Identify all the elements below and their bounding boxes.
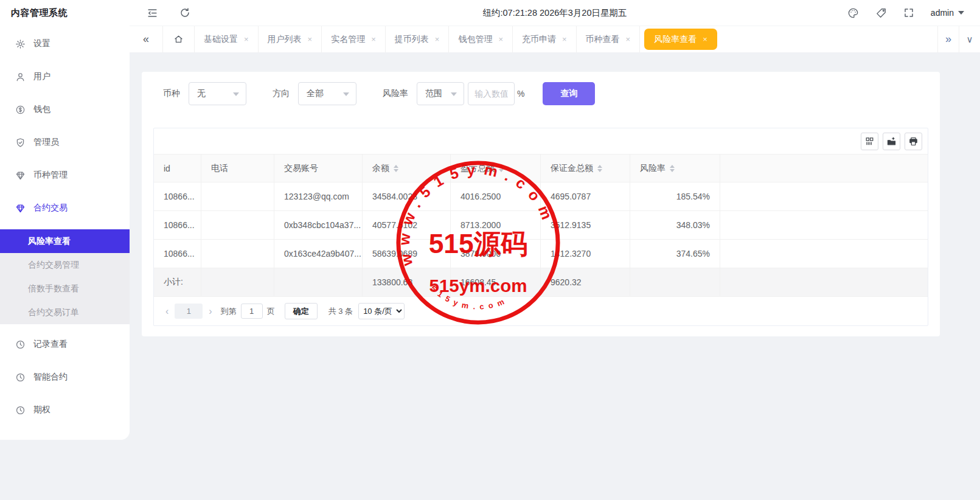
tab-label: 币种查看 xyxy=(586,34,620,45)
sort-icon[interactable] xyxy=(597,165,602,172)
close-icon[interactable]: × xyxy=(562,35,567,44)
confirm-page-button[interactable]: 确定 xyxy=(285,303,318,319)
currency-select[interactable]: 无 xyxy=(189,82,246,105)
sidebar-item-admins[interactable]: 管理员 xyxy=(0,126,130,159)
cell-phone xyxy=(201,240,274,268)
history-icon xyxy=(15,372,26,383)
sidebar-subitem-multiplier-lots-view[interactable]: 倍数手数查看 xyxy=(0,277,130,300)
risk-rate-card: 币种 无 方向 全部 风险率 范围 xyxy=(142,72,940,336)
user-menu[interactable]: admin xyxy=(931,8,964,18)
history-icon xyxy=(15,405,26,415)
close-icon[interactable]: × xyxy=(703,35,707,44)
cell-pnl: 3879.0000 xyxy=(451,240,541,268)
cell-balance: 34584.0023 xyxy=(363,182,451,210)
tab-label: 充币申请 xyxy=(522,34,556,45)
home-icon xyxy=(173,34,184,44)
tab-withdraw-list[interactable]: 提币列表 × xyxy=(386,26,450,52)
search-button[interactable]: 查询 xyxy=(543,82,595,105)
risk-mode-select[interactable]: 范围 xyxy=(417,82,464,105)
column-settings-button[interactable] xyxy=(861,133,878,150)
risk-value-input[interactable] xyxy=(468,82,515,105)
print-button[interactable] xyxy=(905,133,922,150)
sidebar-item-coin-management[interactable]: 币种管理 xyxy=(0,159,130,192)
close-icon[interactable]: × xyxy=(371,35,376,44)
fullscreen-button[interactable] xyxy=(903,7,914,18)
direction-select-value: 全部 xyxy=(307,88,324,99)
close-icon[interactable]: × xyxy=(626,35,631,44)
theme-button[interactable] xyxy=(847,7,859,19)
risk-rate-filter-label: 风险率 xyxy=(383,88,408,99)
tabs-back-button[interactable]: « xyxy=(130,26,163,52)
tabs-forward-button[interactable]: » xyxy=(937,26,959,52)
sidebar-item-options[interactable]: 期权 xyxy=(0,394,130,426)
next-page-button[interactable]: › xyxy=(204,306,216,317)
cell-risk: 185.54% xyxy=(630,182,720,210)
th-risk-rate: 风险率 xyxy=(630,155,720,182)
close-icon[interactable]: × xyxy=(498,35,503,44)
table-row[interactable]: 10866... 0x163ce42a9b407... 58639.0689 3… xyxy=(154,239,928,268)
sidebar-item-settings[interactable]: 设置 xyxy=(0,27,130,60)
chevron-down-icon xyxy=(958,11,964,15)
tab-deposit-request[interactable]: 充币申请 × xyxy=(513,26,577,52)
tab-user-list[interactable]: 用户列表 × xyxy=(259,26,322,52)
sidebar-subitem-risk-rate-view[interactable]: 风险率查看 xyxy=(0,229,130,253)
sidebar-item-users[interactable]: 用户 xyxy=(0,60,130,93)
tab-label: 用户列表 xyxy=(268,34,302,45)
sort-icon[interactable] xyxy=(499,165,504,172)
tab-wallet-management[interactable]: 钱包管理 × xyxy=(449,26,513,52)
sidebar-item-label: 期权 xyxy=(33,405,50,415)
sidebar-item-wallet[interactable]: 钱包 xyxy=(0,93,130,126)
prev-page-button[interactable]: ‹ xyxy=(161,306,173,317)
column-settings-icon xyxy=(864,136,875,147)
cell-risk: 374.65% xyxy=(630,240,720,268)
close-icon[interactable]: × xyxy=(244,35,249,44)
history-icon xyxy=(15,339,26,350)
tab-risk-rate-view[interactable]: 风险率查看 × xyxy=(644,29,717,50)
tab-label: 风险率查看 xyxy=(654,34,697,45)
close-icon[interactable]: × xyxy=(435,35,440,44)
tag-button[interactable] xyxy=(875,7,887,19)
page-unit-label: 页 xyxy=(267,306,275,317)
table-row[interactable]: 10866... 123123@qq.com 34584.0023 4016.2… xyxy=(154,182,928,210)
sidebar-item-label: 钱包 xyxy=(33,104,50,115)
export-button[interactable] xyxy=(883,133,900,150)
sidebar-item-smart-contract[interactable]: 智能合约 xyxy=(0,361,130,394)
collapse-sidebar-button[interactable] xyxy=(142,2,162,23)
sort-icon[interactable] xyxy=(394,165,398,172)
cell-id: 10866... xyxy=(154,240,201,268)
sidebar-item-label: 管理员 xyxy=(33,137,59,148)
sidebar-subitem-contract-trade-management[interactable]: 合约交易管理 xyxy=(0,253,130,277)
cell-subtotal-label: 小计: xyxy=(154,268,201,296)
refresh-icon xyxy=(179,7,190,18)
table-header-row: id 电话 交易账号 余额 盈亏总额 保证金总额 风险率 xyxy=(154,154,928,182)
tab-label: 钱包管理 xyxy=(458,34,492,45)
top-header: 内容管理系统 纽约:07:21:28 2026年3月20日星期五 adm xyxy=(0,0,980,26)
page-size-select[interactable]: 10 条/页 xyxy=(358,303,405,319)
direction-select[interactable]: 全部 xyxy=(298,82,356,105)
table-row[interactable]: 10866... 0xb348cbc104a37... 40577.6102 8… xyxy=(154,210,928,239)
user-name: admin xyxy=(931,8,954,18)
refresh-button[interactable] xyxy=(175,2,195,23)
submenu-item-label: 风险率查看 xyxy=(28,236,71,247)
cell-account: 123123@qq.com xyxy=(274,182,363,210)
sidebar-subitem-contract-trade-orders[interactable]: 合约交易订单 xyxy=(0,300,130,324)
sidebar: 设置 用户 钱包 管理员 xyxy=(0,26,130,500)
submenu-item-label: 倍数手数查看 xyxy=(28,283,79,294)
chevrons-left-icon: « xyxy=(143,33,149,46)
current-page-indicator[interactable]: 1 xyxy=(175,304,203,319)
tab-home-button[interactable] xyxy=(163,26,195,52)
tab-coin-view[interactable]: 币种查看 × xyxy=(577,26,641,52)
tabs-collapse-button[interactable]: ∨ xyxy=(959,26,980,52)
goto-page-input[interactable] xyxy=(241,304,263,319)
sidebar-item-records-view[interactable]: 记录查看 xyxy=(0,328,130,361)
sort-icon[interactable] xyxy=(670,165,675,172)
cell-balance: 58639.0689 xyxy=(363,240,451,268)
close-icon[interactable]: × xyxy=(308,35,313,44)
tab-basic-settings[interactable]: 基础设置 × xyxy=(195,26,259,52)
sidebar-item-contract-trading[interactable]: 合约交易 xyxy=(0,192,130,224)
tab-realname-management[interactable]: 实名管理 × xyxy=(322,26,386,52)
palette-icon xyxy=(847,7,859,19)
submenu-item-label: 合约交易订单 xyxy=(28,307,79,318)
table-toolbar xyxy=(154,128,928,154)
print-icon xyxy=(908,136,919,147)
